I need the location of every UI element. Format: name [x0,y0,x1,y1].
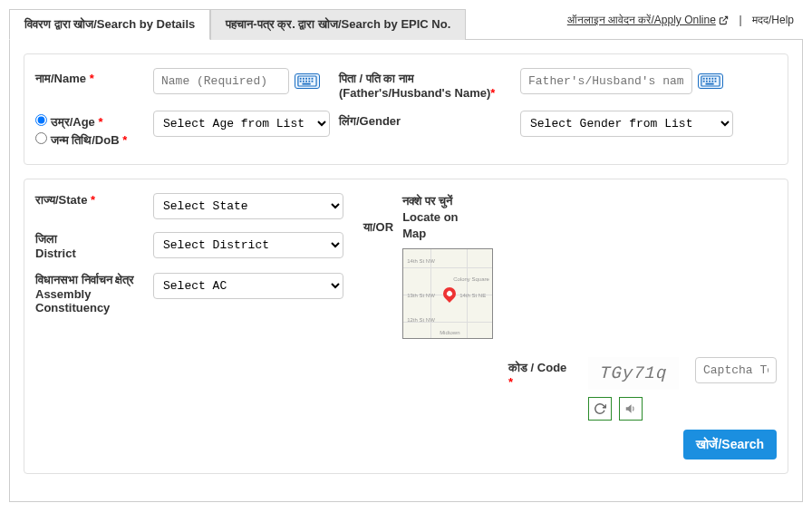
speaker-icon [624,402,637,415]
gender-label: लिंग/Gender [330,111,520,129]
map-pin-icon [440,285,459,303]
keyboard-icon[interactable] [698,73,723,89]
or-label: या/OR [343,193,402,339]
svg-rect-4 [305,78,307,80]
map-label: नक्शे पर चुनें Locate on Map [402,193,493,243]
svg-rect-7 [300,81,302,82]
dob-radio[interactable] [35,132,47,144]
svg-rect-14 [703,78,705,80]
svg-rect-17 [711,78,713,80]
external-link-icon [719,15,729,25]
help-link[interactable]: मदद/Help [752,14,794,26]
svg-rect-9 [305,81,307,82]
svg-rect-15 [706,78,708,80]
svg-rect-21 [709,81,710,82]
age-radio[interactable] [35,114,47,126]
map-thumbnail[interactable]: 14th St NW Colony Square 13th St NW 14th… [402,248,493,339]
svg-rect-8 [303,81,304,82]
form-panel: नाम/Name * पिता / पति का नाम (Father's/H… [9,40,803,502]
svg-line-0 [723,16,728,21]
district-select[interactable]: Select District [153,232,343,258]
state-label: राज्य/State * [35,193,153,208]
name-input[interactable] [153,68,289,94]
svg-rect-19 [703,81,705,82]
svg-rect-20 [706,81,708,82]
svg-rect-11 [312,81,314,82]
age-select[interactable]: Select Age from List [153,111,330,137]
svg-rect-24 [706,83,714,85]
ac-label: विधानसभा निर्वाचन क्षेत्र Assembly Const… [35,273,153,314]
captcha-input[interactable] [695,357,777,383]
refresh-icon [594,402,606,415]
svg-rect-3 [303,78,304,80]
captcha-label: कोड / Code* [508,357,581,389]
svg-rect-23 [715,81,717,82]
state-select[interactable]: Select State [153,193,343,219]
svg-rect-10 [308,81,310,82]
father-label: पिता / पति का नाम (Father's/Husband's Na… [330,68,520,100]
apply-online-link[interactable]: ऑनलाइन आवेदन करें/Apply Online [567,14,729,26]
captcha-image: TGy71q [588,357,679,390]
section-location: राज्य/State * Select State जिला District… [24,179,788,474]
captcha-refresh-button[interactable] [588,397,612,421]
age-dob-group: उम्र/Age * जन्म तिथि/DoB * [35,111,153,150]
ac-select[interactable]: Select AC [153,273,343,299]
svg-rect-5 [308,78,310,80]
tab-search-epic[interactable]: पहचान-पत्र क्र. द्वारा खोज/Search by EPI… [210,9,466,40]
keyboard-icon[interactable] [295,73,320,89]
svg-rect-22 [711,81,713,82]
svg-rect-6 [312,78,314,80]
svg-rect-2 [300,78,302,80]
name-label: नाम/Name * [35,68,153,86]
svg-rect-18 [715,78,717,80]
father-name-input[interactable] [520,68,692,94]
district-label: जिला District [35,232,153,260]
svg-rect-12 [303,83,311,85]
section-personal: नाम/Name * पिता / पति का नाम (Father's/H… [24,53,788,165]
search-button[interactable]: खोजें/Search [683,430,777,459]
gender-select[interactable]: Select Gender from List [520,111,733,137]
svg-rect-16 [709,78,710,80]
tab-search-details[interactable]: विवरण द्वारा खोज/Search by Details [9,9,210,40]
captcha-audio-button[interactable] [619,397,643,421]
separator: | [732,14,749,26]
svg-marker-25 [625,404,631,412]
